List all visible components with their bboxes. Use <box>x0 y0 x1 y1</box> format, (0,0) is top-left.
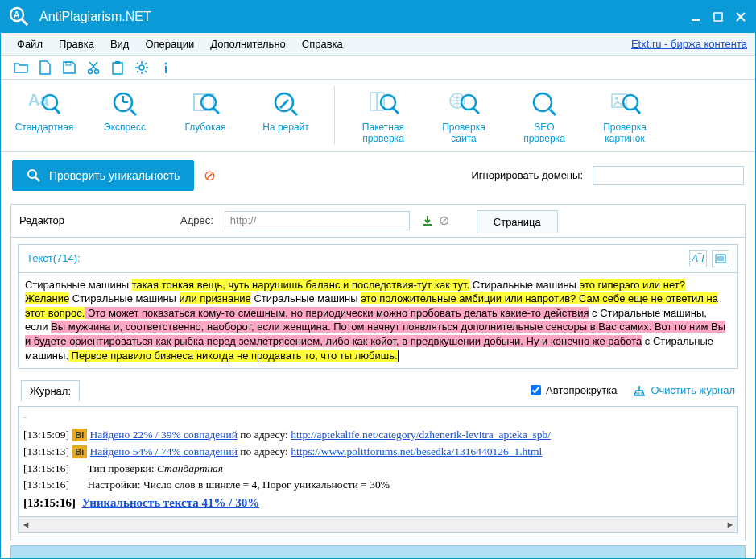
autoscroll-checkbox[interactable]: Автопрокрутка <box>531 384 617 396</box>
close-button[interactable] <box>733 9 749 25</box>
title-bar: A AntiPlagiarism.NET <box>1 1 755 33</box>
paste-icon[interactable] <box>110 60 125 75</box>
minimize-button[interactable] <box>688 9 704 25</box>
main-toolbar: Aa Стандартная Экспресс Глубокая На рера… <box>1 80 755 152</box>
menu-file[interactable]: Файл <box>9 35 51 53</box>
engine-badge: Bi <box>72 429 87 441</box>
open-folder-icon[interactable] <box>14 60 28 75</box>
svg-point-30 <box>381 95 395 110</box>
footer-progress-bar <box>10 545 746 559</box>
images-label: Проверка картинок <box>593 122 657 145</box>
cancel-icon[interactable]: ⊘ <box>204 167 216 184</box>
page-tab[interactable]: Страница <box>477 210 558 233</box>
svg-line-23 <box>130 110 136 115</box>
clear-journal-button[interactable]: Очистить журнал <box>633 384 735 397</box>
text-editor[interactable]: Стиральные машины такая тонкая вещь, чут… <box>19 273 737 368</box>
maximize-button[interactable] <box>710 9 726 25</box>
journal-row: [13:15:09] Bi Найдено 22% / 39% совпаден… <box>23 427 733 444</box>
svg-rect-13 <box>115 61 120 64</box>
journal-match-link[interactable]: Найдено 22% / 39% совпадений <box>90 429 238 441</box>
scroll-left-icon[interactable]: ◄ <box>19 520 33 529</box>
icon-toolbar <box>1 56 755 80</box>
save-icon[interactable] <box>62 60 76 75</box>
menu-help[interactable]: Справка <box>294 35 351 53</box>
stop-icon[interactable]: ⊘ <box>439 213 449 228</box>
journal-body[interactable]: [13:15:09] Bi Найдено 22% / 39% совпаден… <box>18 406 738 517</box>
svg-line-27 <box>291 110 297 115</box>
settings-icon[interactable] <box>134 60 149 75</box>
site-check-button[interactable]: Проверка сайта <box>432 86 496 145</box>
rewrite-check-button[interactable]: На рерайт <box>254 86 318 145</box>
deep-check-button[interactable]: Глубокая <box>173 86 238 145</box>
menu-edit[interactable]: Правка <box>51 35 102 53</box>
deep-label: Глубокая <box>184 122 225 133</box>
autoscroll-input[interactable] <box>531 385 541 395</box>
svg-rect-16 <box>165 66 167 73</box>
uniqueness-result-link[interactable]: Уникальность текста 41% / 30% <box>82 496 260 509</box>
svg-line-1 <box>22 19 27 25</box>
svg-point-41 <box>28 170 36 178</box>
window-title: AntiPlagiarism.NET <box>39 10 688 24</box>
address-input[interactable] <box>225 211 410 230</box>
svg-line-36 <box>550 110 556 115</box>
journal-row-clipped <box>23 410 733 427</box>
text-view-button[interactable] <box>712 250 729 267</box>
svg-rect-12 <box>113 63 122 74</box>
svg-point-35 <box>534 93 552 111</box>
new-file-icon[interactable] <box>38 60 52 75</box>
svg-line-34 <box>473 108 479 114</box>
check-label: Проверить уникальность <box>49 169 180 182</box>
batch-check-button[interactable]: Пакетная проверка <box>351 86 415 145</box>
rewrite-label: На рерайт <box>262 122 309 133</box>
svg-point-38 <box>615 97 618 100</box>
download-icon[interactable] <box>421 214 434 227</box>
menu-additional[interactable]: Дополнительно <box>202 35 294 53</box>
journal-url-link[interactable]: http://aptekalife.net/category/dzhenerik… <box>291 429 551 441</box>
ignore-domains-label: Игнорировать домены: <box>471 169 583 181</box>
journal-url-link[interactable]: https://www.politforums.net/besedka/1316… <box>291 445 542 458</box>
svg-text:A: A <box>14 10 19 19</box>
editor-label: Редактор <box>19 214 64 226</box>
text-format-button[interactable]: A‾I <box>689 250 707 267</box>
ignore-domains-input[interactable] <box>593 166 744 185</box>
svg-rect-28 <box>370 93 377 110</box>
info-icon[interactable] <box>159 60 173 75</box>
svg-point-8 <box>89 69 93 73</box>
seo-check-button[interactable]: SEO проверка <box>512 86 576 145</box>
express-label: Экспресс <box>104 122 146 133</box>
images-check-button[interactable]: Проверка картинок <box>593 86 657 145</box>
svg-rect-4 <box>714 13 722 21</box>
broom-icon <box>633 384 646 397</box>
standard-label: Стандартная <box>15 122 74 133</box>
batch-label: Пакетная проверка <box>351 122 415 145</box>
cut-icon[interactable] <box>86 60 101 75</box>
svg-point-9 <box>95 69 99 73</box>
menu-operations[interactable]: Операции <box>137 35 202 53</box>
engine-badge: Bi <box>72 445 87 458</box>
svg-line-19 <box>55 108 60 114</box>
journal-row: [13:15:16] Тип проверки: Стандартная <box>23 461 733 478</box>
svg-point-33 <box>461 95 476 110</box>
svg-point-15 <box>165 62 167 64</box>
svg-point-39 <box>623 95 638 110</box>
check-uniqueness-button[interactable]: Проверить уникальность <box>12 160 194 191</box>
editor-panel: Редактор Адрес: ⊘ Страница Текст(714): A… <box>10 204 746 540</box>
menu-bar: Файл Правка Вид Операции Дополнительно С… <box>1 33 755 56</box>
site-label: Проверка сайта <box>432 122 496 145</box>
journal-row: [13:15:16] Уникальность текста 41% / 30% <box>23 494 733 512</box>
journal-row: [13:15:16] Настройки: Число слов в шингл… <box>23 477 733 494</box>
address-label: Адрес: <box>180 214 213 226</box>
etxt-link[interactable]: Etxt.ru - биржа контента <box>631 38 747 50</box>
express-check-button[interactable]: Экспресс <box>93 86 157 145</box>
svg-point-14 <box>139 65 144 70</box>
svg-text:Aa: Aa <box>28 91 49 109</box>
scroll-right-icon[interactable]: ► <box>723 520 737 529</box>
journal-row: [13:15:13] Bi Найдено 54% / 74% совпаден… <box>23 444 733 461</box>
svg-line-25 <box>213 108 219 114</box>
app-logo-icon: A <box>7 5 31 29</box>
horizontal-scrollbar[interactable]: ◄ ► <box>18 517 738 533</box>
journal-match-link[interactable]: Найдено 54% / 74% совпадений <box>90 445 238 458</box>
svg-line-42 <box>35 177 39 181</box>
menu-view[interactable]: Вид <box>102 35 138 53</box>
standard-check-button[interactable]: Aa Стандартная <box>12 86 76 145</box>
